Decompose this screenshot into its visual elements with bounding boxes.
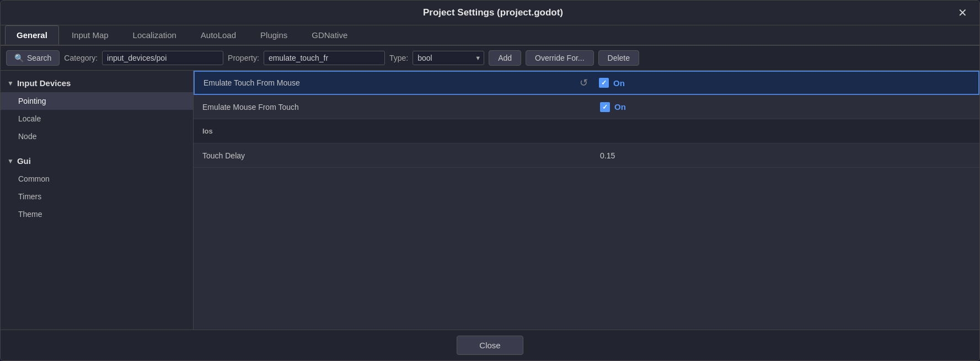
override-button[interactable]: Override For...	[526, 50, 593, 66]
sidebar-item-common[interactable]: Common	[1, 170, 193, 188]
tab-input-map[interactable]: Input Map	[60, 25, 120, 45]
search-bar: 🔍 Search Category: Property: Type: bool …	[1, 46, 979, 71]
search-button[interactable]: 🔍 Search	[6, 50, 60, 66]
main-content: ▼ Input Devices Pointing Locale Node ▼ G…	[1, 71, 979, 330]
sidebar-category-input-devices[interactable]: ▼ Input Devices	[1, 74, 193, 92]
tab-bar: General Input Map Localization AutoLoad …	[1, 25, 979, 46]
tab-autoload[interactable]: AutoLoad	[189, 25, 248, 45]
checkbox-checked-icon: ✓	[599, 78, 609, 88]
reset-button-emulate-touch[interactable]: ↺	[575, 77, 592, 89]
window-close-button[interactable]: ✕	[955, 5, 971, 20]
on-label-emulate-mouse: On	[614, 102, 626, 112]
sidebar-category-gui[interactable]: ▼ Gui	[1, 152, 193, 170]
sidebar-item-theme[interactable]: Theme	[1, 205, 193, 223]
dialog-title: Project Settings (project.godot)	[31, 7, 955, 18]
touch-delay-value: 0.15	[600, 151, 615, 160]
tab-gdnative[interactable]: GDNative	[300, 25, 359, 45]
on-label-emulate-touch: On	[613, 78, 625, 88]
setting-value-emulate-mouse-touch[interactable]: ✓ On	[593, 98, 979, 116]
type-label: Type:	[389, 54, 408, 62]
title-bar: Project Settings (project.godot) ✕	[1, 1, 979, 25]
setting-row-emulate-mouse-touch: Emulate Mouse From Touch ✓ On	[194, 95, 979, 119]
tab-general[interactable]: General	[5, 25, 59, 45]
right-panel: Emulate Touch From Mouse ↺ ✓ On Emulate …	[194, 71, 979, 330]
sidebar-item-node[interactable]: Node	[1, 128, 193, 145]
sidebar-section-gui: ▼ Gui Common Timers Theme	[1, 148, 193, 226]
setting-label-emulate-touch-mouse: Emulate Touch From Mouse	[195, 74, 575, 92]
footer: Close	[1, 330, 979, 360]
sidebar-section-input-devices: ▼ Input Devices Pointing Locale Node	[1, 71, 193, 148]
setting-value-touch-delay[interactable]: 0.15	[593, 147, 979, 164]
type-select-wrapper: bool int float String ▼	[413, 51, 484, 65]
checkbox-on-emulate-mouse[interactable]: ✓ On	[600, 102, 626, 112]
search-button-label: Search	[27, 54, 51, 62]
property-input[interactable]	[264, 51, 385, 65]
add-button[interactable]: Add	[489, 50, 521, 66]
sidebar-category-label-gui: Gui	[17, 156, 31, 166]
collapse-arrow-gui-icon: ▼	[7, 157, 14, 165]
section-header-ios: Ios	[194, 119, 979, 144]
delete-button[interactable]: Delete	[598, 50, 639, 66]
sidebar-item-timers[interactable]: Timers	[1, 188, 193, 205]
checkbox-checked-icon-2: ✓	[600, 102, 610, 112]
property-label: Property:	[228, 54, 259, 62]
tab-plugins[interactable]: Plugins	[249, 25, 299, 45]
sidebar: ▼ Input Devices Pointing Locale Node ▼ G…	[1, 71, 194, 330]
collapse-arrow-icon: ▼	[7, 79, 14, 87]
setting-row-emulate-touch-mouse: Emulate Touch From Mouse ↺ ✓ On	[194, 71, 979, 95]
section-header-ios-label: Ios	[202, 127, 213, 135]
setting-value-emulate-touch-mouse[interactable]: ✓ On	[592, 73, 978, 92]
close-dialog-button[interactable]: Close	[457, 336, 523, 355]
search-icon: 🔍	[14, 54, 24, 62]
sidebar-item-locale[interactable]: Locale	[1, 110, 193, 128]
checkbox-on-emulate-touch[interactable]: ✓ On	[599, 78, 625, 88]
project-settings-dialog: Project Settings (project.godot) ✕ Gener…	[0, 0, 980, 361]
sidebar-category-label-input-devices: Input Devices	[17, 78, 71, 88]
setting-label-emulate-mouse-touch: Emulate Mouse From Touch	[194, 98, 593, 116]
type-select[interactable]: bool int float String	[413, 51, 484, 65]
setting-row-touch-delay: Touch Delay 0.15	[194, 144, 979, 168]
setting-label-touch-delay: Touch Delay	[194, 147, 593, 164]
sidebar-item-pointing[interactable]: Pointing	[1, 92, 193, 110]
category-input[interactable]	[102, 51, 223, 65]
category-label: Category:	[64, 54, 98, 62]
tab-localization[interactable]: Localization	[121, 25, 188, 45]
